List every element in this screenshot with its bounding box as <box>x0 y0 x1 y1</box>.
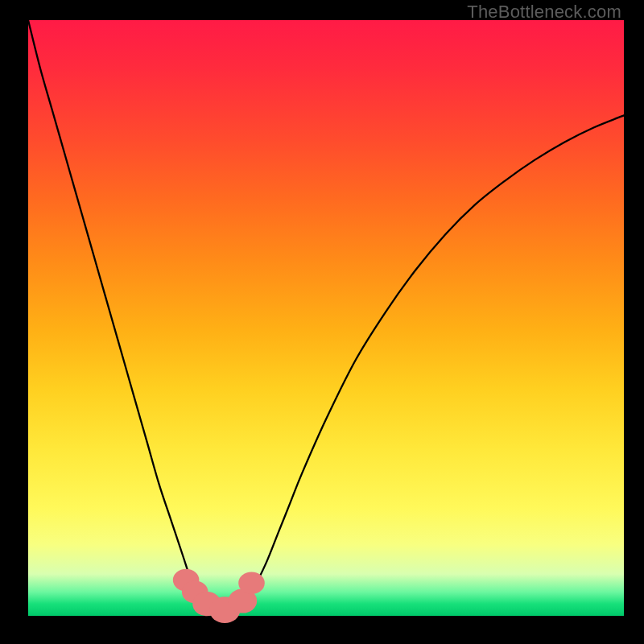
chart-frame: TheBottleneck.com <box>0 0 644 644</box>
chart-svg <box>28 20 624 616</box>
plot-area <box>28 20 624 616</box>
watermark-text: TheBottleneck.com <box>467 2 621 23</box>
curve-markers <box>173 569 265 623</box>
curve-marker <box>238 572 265 594</box>
bottleneck-curve <box>28 20 624 610</box>
